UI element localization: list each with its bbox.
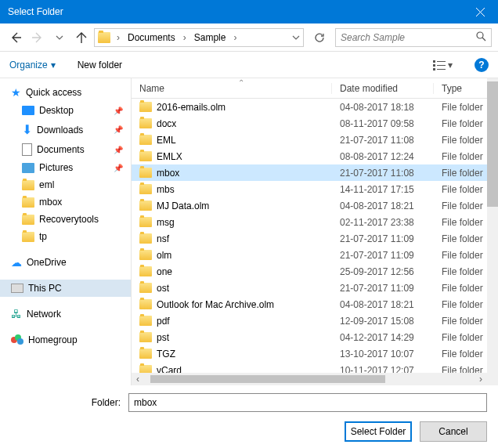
folder-label: Folder: bbox=[11, 397, 121, 408]
sidebar-item[interactable]: Documents📌 bbox=[0, 140, 131, 159]
vertical-scrollbar[interactable] bbox=[487, 78, 498, 385]
pc-icon bbox=[11, 284, 23, 293]
chevron-down-icon[interactable] bbox=[292, 34, 300, 42]
folder-icon bbox=[139, 217, 152, 227]
folder-icon bbox=[139, 250, 152, 260]
file-row[interactable]: olm21-07-2017 11:09File folder bbox=[132, 247, 498, 263]
close-button[interactable] bbox=[463, 0, 498, 23]
sidebar-label: Quick access bbox=[26, 87, 81, 98]
file-date: 21-07-2017 11:08 bbox=[332, 135, 434, 146]
sidebar-item-label: eml bbox=[39, 179, 54, 190]
scrollbar-thumb[interactable] bbox=[487, 81, 498, 207]
organize-button[interactable]: Organize ▾ bbox=[9, 60, 56, 70]
up-button[interactable] bbox=[72, 28, 91, 47]
sidebar-quick-access[interactable]: ★ Quick access bbox=[0, 83, 131, 102]
arrow-right-icon bbox=[31, 31, 44, 44]
file-row[interactable]: vCard10-11-2017 12:07File folder bbox=[132, 362, 498, 373]
select-folder-button[interactable]: Select Folder bbox=[345, 421, 412, 442]
sidebar-item[interactable]: eml bbox=[0, 176, 131, 193]
svg-rect-6 bbox=[437, 69, 446, 70]
file-row[interactable]: MJ Data.olm04-08-2017 18:21File folder bbox=[132, 197, 498, 214]
chevron-down-icon: ▾ bbox=[448, 60, 453, 70]
file-row[interactable]: TGZ13-10-2017 10:07File folder bbox=[132, 345, 498, 362]
sidebar-item[interactable]: Desktop📌 bbox=[0, 102, 131, 119]
file-row[interactable]: msg02-11-2017 23:38File folder bbox=[132, 214, 498, 230]
file-row[interactable]: Outlook for Mac Archive.olm04-08-2017 18… bbox=[132, 296, 498, 313]
folder-icon bbox=[139, 349, 152, 359]
folder-icon bbox=[139, 118, 152, 128]
search-input[interactable] bbox=[341, 32, 476, 43]
forward-button[interactable] bbox=[28, 28, 47, 47]
file-row[interactable]: pst04-12-2017 14:29File folder bbox=[132, 329, 498, 345]
cancel-button[interactable]: Cancel bbox=[420, 421, 487, 442]
sidebar-item[interactable]: ⬇Downloads📌 bbox=[0, 119, 131, 140]
breadcrumb-item-1[interactable]: Sample bbox=[193, 32, 228, 43]
svg-rect-4 bbox=[437, 65, 446, 66]
new-folder-button[interactable]: New folder bbox=[78, 60, 122, 70]
horizontal-scrollbar[interactable]: ‹ › bbox=[132, 373, 487, 385]
file-row[interactable]: docx08-11-2017 09:58File folder bbox=[132, 115, 498, 132]
folder-icon bbox=[139, 184, 152, 194]
folder-icon bbox=[139, 201, 152, 211]
sidebar-network[interactable]: 🖧 Network bbox=[0, 305, 131, 323]
file-row[interactable]: nsf21-07-2017 11:09File folder bbox=[132, 230, 498, 247]
sidebar-homegroup[interactable]: Homegroup bbox=[0, 331, 131, 349]
sidebar-this-pc[interactable]: This PC bbox=[0, 280, 131, 297]
sidebar-item[interactable]: tp bbox=[0, 228, 131, 245]
help-button[interactable]: ? bbox=[475, 58, 489, 72]
folder-icon bbox=[139, 233, 152, 244]
sort-indicator-icon: ⌃ bbox=[238, 78, 244, 87]
file-date: 04-08-2017 18:21 bbox=[332, 201, 434, 211]
sidebar-onedrive[interactable]: ☁ OneDrive bbox=[0, 253, 131, 272]
scroll-right-icon[interactable]: › bbox=[475, 374, 487, 385]
file-date: 02-11-2017 23:38 bbox=[332, 217, 434, 228]
sidebar-item[interactable]: mbox bbox=[0, 193, 131, 211]
file-row[interactable]: 2016-emails.olm04-08-2017 18:18File fold… bbox=[132, 99, 498, 115]
close-icon bbox=[476, 8, 485, 16]
scroll-left-icon[interactable]: ‹ bbox=[132, 374, 144, 385]
window-title: Select Folder bbox=[8, 6, 463, 17]
back-button[interactable] bbox=[6, 28, 25, 47]
file-row[interactable]: EMLX08-08-2017 12:24File folder bbox=[132, 148, 498, 164]
refresh-button[interactable] bbox=[310, 28, 329, 47]
file-name: TGZ bbox=[157, 349, 175, 359]
search-icon bbox=[476, 31, 486, 44]
scrollbar-thumb[interactable] bbox=[150, 375, 385, 383]
file-row[interactable]: mbox21-07-2017 11:08File folder bbox=[132, 164, 498, 181]
sidebar-item-label: mbox bbox=[39, 197, 62, 208]
file-name: mbs bbox=[157, 184, 175, 195]
file-row[interactable]: EML21-07-2017 11:08File folder bbox=[132, 132, 498, 148]
body: ★ Quick access Desktop📌⬇Downloads📌Docume… bbox=[0, 78, 498, 385]
documents-icon bbox=[22, 143, 32, 156]
file-name: nsf bbox=[157, 233, 169, 244]
folder-name-input[interactable] bbox=[128, 393, 487, 412]
sidebar-item[interactable]: Pictures📌 bbox=[0, 159, 131, 176]
column-name[interactable]: Name bbox=[132, 83, 332, 94]
sidebar-item-label: Documents bbox=[37, 144, 85, 155]
recent-dropdown[interactable] bbox=[50, 28, 69, 47]
file-list: Name ⌃ Date modified Type 2016-emails.ol… bbox=[132, 78, 498, 385]
refresh-icon bbox=[314, 32, 325, 43]
column-date[interactable]: Date modified bbox=[332, 83, 434, 94]
search-box[interactable] bbox=[335, 28, 492, 47]
list-header: Name ⌃ Date modified Type bbox=[132, 78, 498, 99]
file-row[interactable]: mbs14-11-2017 17:15File folder bbox=[132, 181, 498, 197]
file-name: pdf bbox=[157, 316, 170, 327]
file-date: 08-11-2017 09:58 bbox=[332, 118, 434, 129]
file-row[interactable]: pdf12-09-2017 15:08File folder bbox=[132, 313, 498, 329]
footer: Folder: Select Folder Cancel bbox=[0, 385, 498, 448]
folder-icon bbox=[139, 316, 152, 326]
sidebar-item[interactable]: Recoverytools bbox=[0, 211, 131, 228]
file-date: 21-07-2017 11:09 bbox=[332, 283, 434, 294]
address-bar[interactable]: › Documents › Sample › bbox=[94, 28, 304, 47]
svg-rect-2 bbox=[437, 61, 446, 62]
file-name: mbox bbox=[157, 168, 179, 179]
file-row[interactable]: one25-09-2017 12:56File folder bbox=[132, 263, 498, 280]
file-row[interactable]: ost21-07-2017 11:09File folder bbox=[132, 280, 498, 296]
folder-icon bbox=[22, 215, 34, 225]
chevron-down-icon: ▾ bbox=[51, 60, 56, 70]
breadcrumb-item-0[interactable]: Documents bbox=[126, 32, 177, 43]
folder-icon bbox=[139, 135, 152, 145]
view-button[interactable]: ▾ bbox=[433, 60, 453, 70]
file-name: one bbox=[157, 266, 172, 277]
